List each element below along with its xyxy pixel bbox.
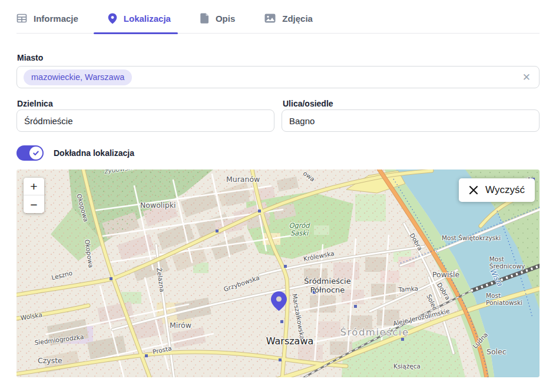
zoom-in-button[interactable]: + — [24, 178, 44, 195]
exact-location-label: Dokładna lokalizacja — [54, 148, 134, 158]
street-input[interactable] — [282, 109, 540, 132]
tab-bar: Informacje Lokalizacja Opis Zdjęcia — [16, 12, 540, 34]
city-label: Miasto — [17, 53, 43, 62]
tab-label: Lokalizacja — [124, 14, 171, 24]
tab-label: Zdjęcia — [282, 14, 313, 24]
photos-icon — [264, 14, 276, 23]
location-pin-icon — [108, 13, 117, 24]
district-input[interactable] — [16, 109, 274, 132]
clear-map-button[interactable]: Wyczyść — [459, 178, 535, 202]
tab-zdjecia[interactable]: Zdjęcia — [264, 12, 313, 33]
document-icon — [200, 13, 209, 24]
check-icon — [32, 150, 39, 157]
tab-label: Opis — [216, 14, 235, 24]
street-label: Ulica/osiedle — [283, 99, 333, 108]
district-label: Dzielnica — [17, 99, 53, 108]
clear-map-label: Wyczyść — [485, 184, 525, 196]
tab-lokalizacja[interactable]: Lokalizacja — [108, 12, 171, 33]
x-icon — [469, 185, 478, 195]
map-marker-pin[interactable] — [271, 291, 287, 311]
tab-label: Informacje — [34, 14, 78, 24]
listing-form-page: Informacje Lokalizacja Opis Zdjęcia Mias… — [0, 0, 556, 392]
table-icon — [16, 13, 27, 24]
city-tag[interactable]: mazowieckie, Warszawa — [24, 69, 132, 85]
exact-location-row: Dokładna lokalizacja — [16, 145, 134, 161]
map[interactable]: żydowskiMuranówowaSokolaOkopowaNowolipki… — [16, 170, 540, 377]
tab-informacje[interactable]: Informacje — [16, 12, 78, 33]
tab-opis[interactable]: Opis — [200, 12, 235, 33]
map-zoom-control: + − — [24, 178, 44, 213]
city-input[interactable]: mazowieckie, Warszawa ✕ — [16, 66, 540, 88]
city-tag-text: mazowieckie, Warszawa — [31, 72, 124, 82]
toggle-knob — [29, 147, 42, 160]
exact-location-toggle[interactable] — [16, 145, 44, 161]
zoom-out-button[interactable]: − — [24, 195, 44, 213]
clear-city-icon[interactable]: ✕ — [522, 72, 531, 82]
